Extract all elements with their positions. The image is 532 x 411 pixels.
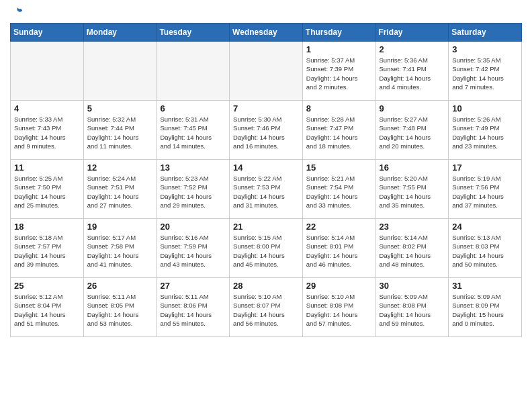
day-info: Sunrise: 5:20 AM Sunset: 7:55 PM Dayligh… [380,174,445,210]
weekday-header-row: Sunday Monday Tuesday Wednesday Thursday… [11,24,522,42]
calendar-table: Sunday Monday Tuesday Wednesday Thursday… [10,23,522,337]
day-info: Sunrise: 5:26 AM Sunset: 7:49 PM Dayligh… [452,115,518,150]
day-info: Sunrise: 5:36 AM Sunset: 7:41 PM Dayligh… [380,56,445,91]
day-info: Sunrise: 5:32 AM Sunset: 7:44 PM Dayligh… [87,115,153,150]
calendar-cell: 1Sunrise: 5:37 AM Sunset: 7:39 PM Daylig… [302,42,375,101]
day-number: 14 [233,163,299,173]
day-info: Sunrise: 5:25 AM Sunset: 7:50 PM Dayligh… [14,174,80,210]
day-info: Sunrise: 5:23 AM Sunset: 7:52 PM Dayligh… [160,174,226,210]
day-info: Sunrise: 5:18 AM Sunset: 7:57 PM Dayligh… [14,233,80,269]
day-number: 8 [306,103,372,113]
day-info: Sunrise: 5:22 AM Sunset: 7:53 PM Dayligh… [233,174,299,210]
calendar-cell: 6Sunrise: 5:31 AM Sunset: 7:45 PM Daylig… [157,101,230,160]
calendar-cell: 30Sunrise: 5:09 AM Sunset: 8:08 PM Dayli… [375,278,449,337]
calendar-cell: 2Sunrise: 5:36 AM Sunset: 7:41 PM Daylig… [375,42,449,101]
calendar-cell [157,42,230,101]
day-number: 21 [233,222,299,232]
day-info: Sunrise: 5:09 AM Sunset: 8:09 PM Dayligh… [452,292,518,328]
day-info: Sunrise: 5:30 AM Sunset: 7:46 PM Dayligh… [233,115,299,150]
day-number: 7 [233,103,299,113]
calendar-cell: 13Sunrise: 5:23 AM Sunset: 7:52 PM Dayli… [157,160,230,219]
day-number: 2 [380,44,445,54]
calendar-cell: 31Sunrise: 5:09 AM Sunset: 8:09 PM Dayli… [449,278,522,337]
header-thursday: Thursday [302,24,375,42]
day-info: Sunrise: 5:27 AM Sunset: 7:48 PM Dayligh… [380,115,445,150]
calendar-cell: 8Sunrise: 5:28 AM Sunset: 7:47 PM Daylig… [302,101,375,160]
logo-wave-icon [11,7,24,19]
day-info: Sunrise: 5:09 AM Sunset: 8:08 PM Dayligh… [380,292,445,328]
calendar-cell: 22Sunrise: 5:14 AM Sunset: 8:01 PM Dayli… [302,219,375,278]
day-number: 15 [306,163,372,173]
day-number: 3 [452,44,518,54]
calendar-cell: 19Sunrise: 5:17 AM Sunset: 7:58 PM Dayli… [83,219,157,278]
day-info: Sunrise: 5:11 AM Sunset: 8:05 PM Dayligh… [87,292,153,328]
calendar-cell: 3Sunrise: 5:35 AM Sunset: 7:42 PM Daylig… [449,42,522,101]
day-number: 16 [380,163,445,173]
calendar-cell [230,42,303,101]
day-number: 23 [380,222,445,232]
calendar-cell: 25Sunrise: 5:12 AM Sunset: 8:04 PM Dayli… [11,278,84,337]
calendar-cell: 9Sunrise: 5:27 AM Sunset: 7:48 PM Daylig… [375,101,449,160]
calendar-cell: 27Sunrise: 5:11 AM Sunset: 8:06 PM Dayli… [157,278,230,337]
day-number: 27 [160,281,226,291]
calendar-cell: 29Sunrise: 5:10 AM Sunset: 8:08 PM Dayli… [302,278,375,337]
day-number: 28 [233,281,299,291]
header-wednesday: Wednesday [230,24,303,42]
day-info: Sunrise: 5:28 AM Sunset: 7:47 PM Dayligh… [306,115,372,150]
calendar-cell: 18Sunrise: 5:18 AM Sunset: 7:57 PM Dayli… [11,219,84,278]
day-number: 31 [452,281,518,291]
day-number: 24 [452,222,518,232]
day-number: 22 [306,222,372,232]
calendar-week-row: 18Sunrise: 5:18 AM Sunset: 7:57 PM Dayli… [11,219,522,278]
day-number: 13 [160,163,226,173]
day-number: 1 [306,44,372,54]
calendar-cell: 17Sunrise: 5:19 AM Sunset: 7:56 PM Dayli… [449,160,522,219]
page: Sunday Monday Tuesday Wednesday Thursday… [0,0,532,347]
day-number: 18 [14,222,80,232]
day-info: Sunrise: 5:19 AM Sunset: 7:56 PM Dayligh… [452,174,518,210]
day-info: Sunrise: 5:14 AM Sunset: 8:01 PM Dayligh… [306,233,372,269]
logo [10,7,24,19]
calendar-cell: 5Sunrise: 5:32 AM Sunset: 7:44 PM Daylig… [83,101,157,160]
calendar-cell [83,42,157,101]
calendar-cell: 14Sunrise: 5:22 AM Sunset: 7:53 PM Dayli… [230,160,303,219]
day-number: 6 [160,103,226,113]
day-number: 30 [380,281,445,291]
day-info: Sunrise: 5:15 AM Sunset: 8:00 PM Dayligh… [233,233,299,269]
calendar-cell: 21Sunrise: 5:15 AM Sunset: 8:00 PM Dayli… [230,219,303,278]
day-info: Sunrise: 5:33 AM Sunset: 7:43 PM Dayligh… [14,115,80,150]
day-info: Sunrise: 5:24 AM Sunset: 7:51 PM Dayligh… [87,174,153,210]
day-info: Sunrise: 5:16 AM Sunset: 7:59 PM Dayligh… [160,233,226,269]
header [10,7,522,19]
day-number: 4 [14,103,80,113]
day-info: Sunrise: 5:10 AM Sunset: 8:07 PM Dayligh… [233,292,299,328]
calendar-cell: 28Sunrise: 5:10 AM Sunset: 8:07 PM Dayli… [230,278,303,337]
calendar-cell: 16Sunrise: 5:20 AM Sunset: 7:55 PM Dayli… [375,160,449,219]
calendar-cell: 20Sunrise: 5:16 AM Sunset: 7:59 PM Dayli… [157,219,230,278]
calendar-cell: 12Sunrise: 5:24 AM Sunset: 7:51 PM Dayli… [83,160,157,219]
day-info: Sunrise: 5:31 AM Sunset: 7:45 PM Dayligh… [160,115,226,150]
day-number: 19 [87,222,153,232]
day-number: 5 [87,103,153,113]
day-info: Sunrise: 5:14 AM Sunset: 8:02 PM Dayligh… [380,233,445,269]
calendar-week-row: 11Sunrise: 5:25 AM Sunset: 7:50 PM Dayli… [11,160,522,219]
day-info: Sunrise: 5:17 AM Sunset: 7:58 PM Dayligh… [87,233,153,269]
day-number: 9 [380,103,445,113]
calendar-cell: 11Sunrise: 5:25 AM Sunset: 7:50 PM Dayli… [11,160,84,219]
day-info: Sunrise: 5:35 AM Sunset: 7:42 PM Dayligh… [452,56,518,91]
day-number: 29 [306,281,372,291]
day-info: Sunrise: 5:10 AM Sunset: 8:08 PM Dayligh… [306,292,372,328]
day-info: Sunrise: 5:11 AM Sunset: 8:06 PM Dayligh… [160,292,226,328]
day-number: 25 [14,281,80,291]
header-monday: Monday [83,24,157,42]
day-number: 17 [452,163,518,173]
header-saturday: Saturday [449,24,522,42]
header-tuesday: Tuesday [157,24,230,42]
day-number: 26 [87,281,153,291]
day-info: Sunrise: 5:37 AM Sunset: 7:39 PM Dayligh… [306,56,372,91]
day-number: 20 [160,222,226,232]
day-number: 12 [87,163,153,173]
calendar-cell: 7Sunrise: 5:30 AM Sunset: 7:46 PM Daylig… [230,101,303,160]
calendar-week-row: 4Sunrise: 5:33 AM Sunset: 7:43 PM Daylig… [11,101,522,160]
calendar-cell: 10Sunrise: 5:26 AM Sunset: 7:49 PM Dayli… [449,101,522,160]
